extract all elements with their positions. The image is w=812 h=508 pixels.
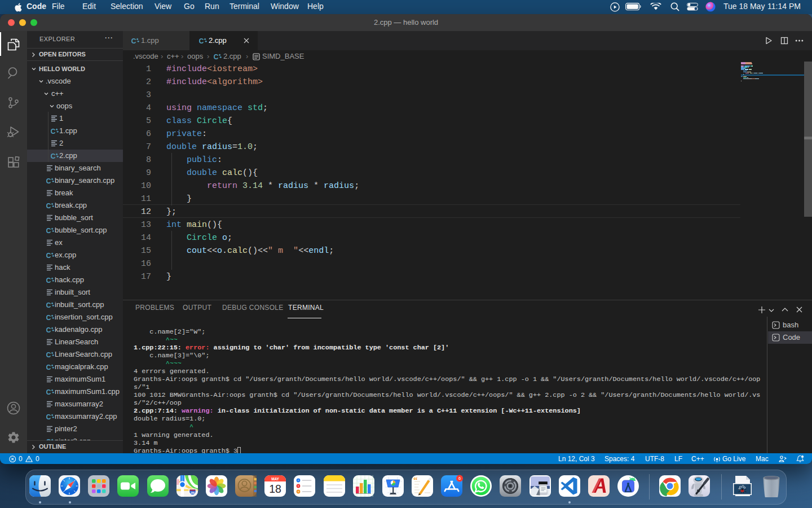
svg-text:C: C (46, 314, 51, 322)
svg-text:“: “ (413, 475, 418, 484)
svg-text:C: C (51, 152, 56, 160)
svg-text:6: 6 (458, 476, 461, 481)
svg-text:MAY: MAY (271, 477, 279, 481)
svg-text:C: C (46, 252, 51, 260)
svg-text:C: C (46, 388, 51, 396)
svg-text:C: C (46, 364, 51, 371)
svg-text:C: C (214, 53, 219, 61)
svg-text:C: C (46, 351, 51, 359)
svg-text:280: 280 (190, 492, 195, 494)
svg-text:18: 18 (269, 483, 281, 495)
svg-text:C: C (46, 202, 51, 210)
svg-text:C: C (46, 301, 51, 309)
svg-text:C: C (46, 227, 51, 235)
svg-text:C: C (46, 413, 51, 421)
svg-text:C: C (51, 128, 56, 135)
svg-text:C: C (46, 326, 51, 334)
svg-text:C: C (131, 37, 136, 45)
svg-text:C: C (46, 177, 51, 185)
svg-text:C: C (199, 37, 204, 45)
svg-text:C: C (46, 277, 51, 284)
